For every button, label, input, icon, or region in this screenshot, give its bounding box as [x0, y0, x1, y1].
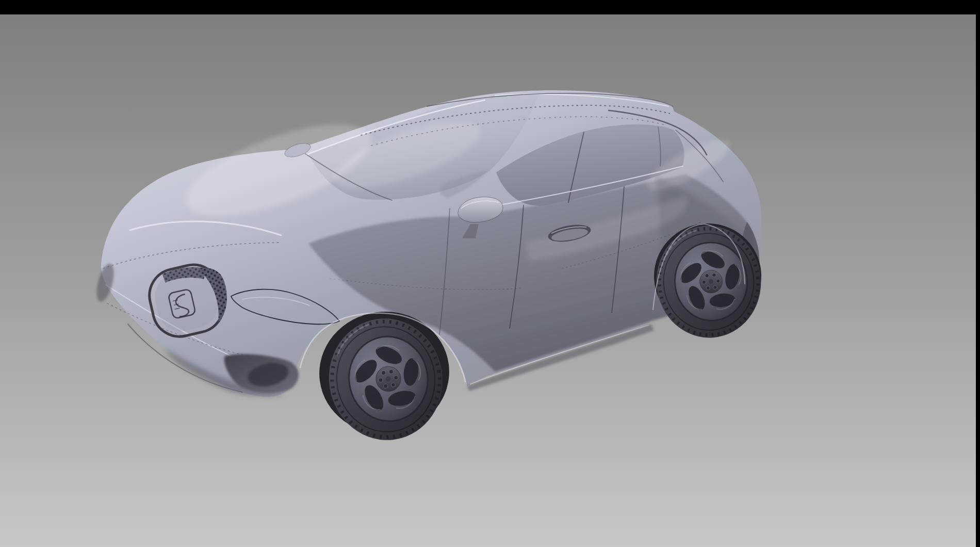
letterbox-top-bar [0, 0, 980, 14]
letterbox-right-bar [976, 0, 980, 547]
screen [0, 0, 980, 547]
car-model [0, 0, 980, 547]
3d-viewport[interactable] [0, 0, 980, 547]
